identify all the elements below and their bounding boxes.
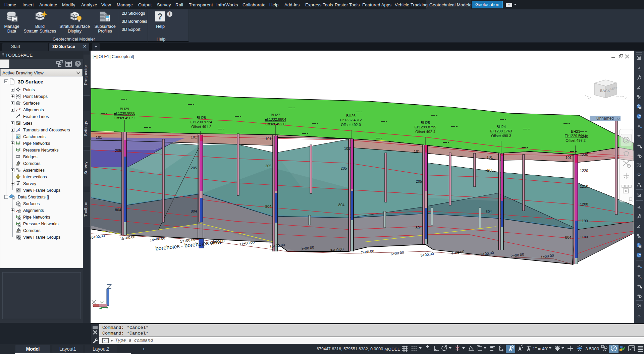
svg-text:804: 804	[416, 226, 422, 230]
svg-text:5+00.00: 5+00.00	[420, 251, 434, 257]
svg-text:205: 205	[341, 166, 347, 170]
svg-text:?: ?	[76, 61, 79, 66]
svg-text:El:1332.8804: El:1332.8804	[265, 117, 286, 121]
svg-text:BH23: BH23	[571, 129, 580, 133]
svg-text:BH29: BH29	[120, 107, 129, 111]
svg-text:El:1299.8795: El:1299.8795	[415, 125, 436, 129]
svg-text:Offset 492.4: Offset 492.4	[415, 130, 435, 134]
svg-text:15+00.00: 15+00.00	[120, 235, 136, 241]
svg-text:Offset 490.9: Offset 490.9	[114, 116, 135, 120]
svg-text:1200: 1200	[580, 202, 588, 206]
svg-text:El:1230.1763: El:1230.1763	[490, 129, 512, 133]
svg-text:6+00.00: 6+00.00	[390, 250, 404, 256]
svg-text:BH27: BH27	[271, 113, 280, 117]
svg-text:Offset 490.3: Offset 490.3	[491, 134, 511, 138]
svg-text:A: A	[640, 136, 642, 139]
svg-text:1190: 1190	[580, 219, 588, 223]
svg-text:El:1230.9008: El:1230.9008	[114, 111, 136, 115]
svg-text:804: 804	[191, 209, 197, 213]
svg-text:205: 205	[487, 168, 493, 172]
svg-text:101: 101	[265, 137, 271, 141]
svg-text:Offset 492.0: Offset 492.0	[341, 123, 361, 127]
svg-text:1240: 1240	[580, 134, 588, 138]
svg-text:101: 101	[487, 155, 493, 159]
svg-text:[−][OLE1][Conceptual]: [−][OLE1][Conceptual]	[93, 54, 134, 59]
svg-text:El:1230.9724: El:1230.9724	[191, 120, 212, 124]
svg-text:BACK: BACK	[600, 88, 610, 93]
svg-text:1" = 40': 1" = 40'	[533, 346, 548, 351]
svg-text:101: 101	[191, 135, 197, 139]
svg-text:BH26: BH26	[346, 114, 356, 118]
svg-text:?: ?	[157, 11, 163, 21]
svg-text:Offset 491.2: Offset 491.2	[191, 125, 211, 129]
svg-text:Offset 492.0: Offset 492.0	[265, 122, 285, 126]
svg-text:El:1332.4312: El:1332.4312	[340, 118, 362, 122]
svg-text:205: 205	[115, 149, 121, 153]
svg-text:804: 804	[565, 235, 571, 239]
svg-text:7+00.00: 7+00.00	[361, 249, 374, 254]
svg-text:205: 205	[416, 179, 422, 183]
svg-text:1230: 1230	[580, 153, 588, 157]
svg-text:1180: 1180	[580, 235, 588, 239]
svg-text:804: 804	[338, 203, 344, 207]
svg-text:BH28: BH28	[197, 116, 206, 120]
svg-text:101: 101	[566, 156, 572, 160]
svg-text:Unnamed: Unnamed	[596, 116, 614, 121]
svg-text:205: 205	[265, 164, 271, 168]
svg-text:1210: 1210	[580, 184, 588, 188]
svg-text:101: 101	[96, 135, 102, 139]
svg-text:A: A	[640, 276, 642, 279]
svg-text:804: 804	[115, 208, 121, 212]
svg-text:804: 804	[486, 210, 492, 214]
svg-text:804: 804	[265, 204, 271, 209]
svg-text:101: 101	[344, 146, 350, 151]
svg-text:BH25: BH25	[421, 121, 430, 125]
svg-text:BH24: BH24	[496, 125, 506, 129]
svg-text:101: 101	[414, 150, 420, 154]
svg-text:1220: 1220	[580, 169, 588, 173]
svg-text:3.5000: 3.5000	[585, 346, 599, 351]
svg-text:FT: FT	[614, 86, 617, 90]
svg-text:205: 205	[191, 166, 197, 170]
svg-text:16+00.00: 16+00.00	[91, 234, 105, 240]
svg-text:Offset 497.2: Offset 497.2	[566, 138, 586, 142]
